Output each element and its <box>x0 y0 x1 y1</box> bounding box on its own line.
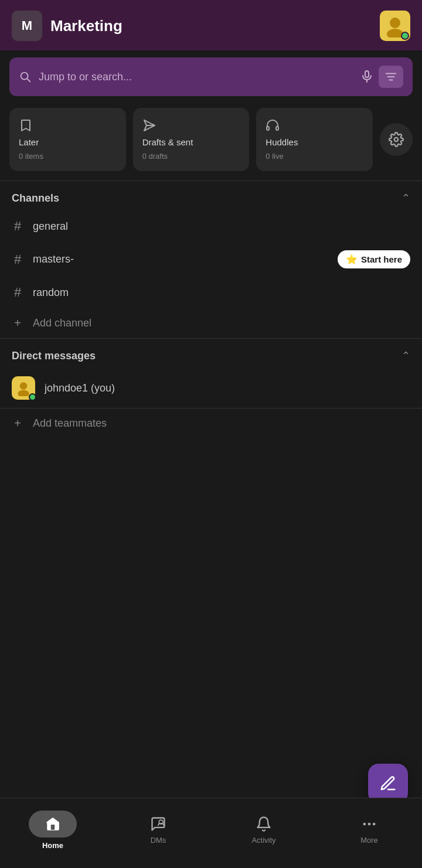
nav-label-activity: Activity <box>251 836 275 845</box>
huddles-sub: 0 live <box>266 152 363 161</box>
svg-point-15 <box>18 390 29 397</box>
huddles-label: Huddles <box>266 137 363 147</box>
compose-icon <box>379 775 397 792</box>
channel-item-masters[interactable]: # masters- ⭐ Start here <box>0 242 422 277</box>
drafts-label: Drafts & sent <box>142 137 240 147</box>
hash-icon: # <box>12 219 23 234</box>
add-channel-label: Add channel <box>33 317 91 329</box>
svg-rect-4 <box>365 71 369 77</box>
home-icon <box>45 816 60 832</box>
svg-line-3 <box>27 79 30 81</box>
search-right-icons <box>360 66 403 88</box>
svg-rect-11 <box>267 127 269 130</box>
nav-item-dms[interactable]: DMs <box>106 810 211 850</box>
filter-button[interactable] <box>379 66 403 88</box>
add-teammates-label: Add teammates <box>33 417 107 430</box>
bookmark-icon <box>19 118 33 132</box>
home-pill <box>29 811 77 838</box>
channels-chevron-icon[interactable]: ⌃ <box>401 192 410 205</box>
nav-label-home: Home <box>42 841 63 850</box>
svg-point-14 <box>20 382 28 390</box>
bottom-nav: Home DMs Activity More <box>0 798 422 868</box>
dm-chevron-icon[interactable]: ⌃ <box>401 349 410 362</box>
channel-item-general[interactable]: # general <box>0 210 422 242</box>
channel-name-masters: masters- <box>33 253 328 265</box>
svg-point-19 <box>368 823 371 826</box>
workspace-icon[interactable]: M <box>12 11 42 41</box>
dm-name-johndoe: johndoe1 (you) <box>45 382 115 394</box>
dm-title: Direct messages <box>12 350 96 362</box>
nav-item-more[interactable]: More <box>316 810 422 850</box>
plus-icon: + <box>12 316 23 330</box>
channels-section-header[interactable]: Channels ⌃ <box>0 181 422 210</box>
workspace-name: Marketing <box>50 17 122 35</box>
filter-icon <box>384 70 397 83</box>
channels-title: Channels <box>12 192 59 205</box>
later-card[interactable]: Later 0 items <box>9 108 126 171</box>
start-here-label: Start here <box>361 254 402 264</box>
header: M Marketing <box>0 0 422 50</box>
svg-point-13 <box>394 138 399 142</box>
later-label: Later <box>19 137 117 147</box>
online-indicator <box>401 32 409 40</box>
activity-icon <box>256 816 272 832</box>
add-channel-item[interactable]: + Add channel <box>0 308 422 338</box>
svg-rect-12 <box>276 127 278 130</box>
channel-item-random[interactable]: # random <box>0 277 422 308</box>
dm-item-johndoe[interactable]: johndoe1 (you) <box>0 368 422 408</box>
hash-icon: # <box>12 285 23 300</box>
quick-actions: Later 0 items Drafts & sent 0 drafts Hud… <box>0 103 422 181</box>
nav-item-home[interactable]: Home <box>0 805 106 856</box>
nav-label-dms: DMs <box>151 836 166 845</box>
later-sub: 0 items <box>19 152 117 161</box>
hash-icon: # <box>12 252 23 267</box>
nav-item-activity[interactable]: Activity <box>211 810 316 850</box>
dms-icon <box>150 816 166 832</box>
search-bar[interactable]: Jump to or search... <box>9 57 413 96</box>
svg-point-20 <box>373 823 376 826</box>
dm-section-header[interactable]: Direct messages ⌃ <box>0 339 422 368</box>
search-placeholder: Jump to or search... <box>39 71 132 83</box>
channel-name-random: random <box>33 287 410 299</box>
start-here-badge[interactable]: ⭐ Start here <box>338 250 410 268</box>
channel-name-general: general <box>33 220 410 233</box>
dm-online-dot <box>29 393 36 401</box>
headphones-icon <box>266 118 280 132</box>
search-icon <box>19 70 32 83</box>
drafts-card[interactable]: Drafts & sent 0 drafts <box>133 108 250 171</box>
gear-icon <box>389 132 404 147</box>
drafts-sub: 0 drafts <box>142 152 240 161</box>
add-teammates-item[interactable]: + Add teammates <box>0 409 422 438</box>
gear-button[interactable] <box>380 123 413 156</box>
send-icon <box>142 118 156 132</box>
search-input-area[interactable]: Jump to or search... <box>19 70 353 83</box>
dm-avatar <box>12 376 35 400</box>
svg-point-18 <box>363 823 366 826</box>
header-left: M Marketing <box>12 11 122 41</box>
user-avatar-wrapper[interactable] <box>380 11 410 41</box>
microphone-icon[interactable] <box>360 70 374 84</box>
svg-point-0 <box>390 18 400 28</box>
nav-label-more: More <box>360 836 378 845</box>
plus-icon-teammates: + <box>12 417 23 430</box>
huddles-card[interactable]: Huddles 0 live <box>256 108 373 171</box>
svg-rect-16 <box>51 825 55 830</box>
more-icon <box>361 816 377 832</box>
star-icon: ⭐ <box>346 254 358 265</box>
